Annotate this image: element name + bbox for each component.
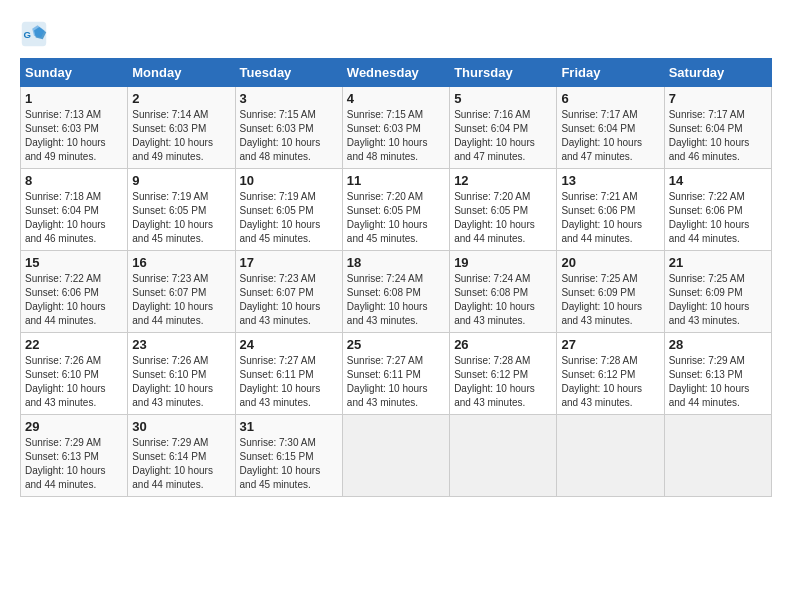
logo-icon: G (20, 20, 48, 48)
day-number: 14 (669, 173, 767, 188)
day-cell: 16 Sunrise: 7:23 AM Sunset: 6:07 PM Dayl… (128, 251, 235, 333)
day-cell: 2 Sunrise: 7:14 AM Sunset: 6:03 PM Dayli… (128, 87, 235, 169)
day-info: Sunrise: 7:21 AM Sunset: 6:06 PM Dayligh… (561, 190, 659, 246)
day-cell: 28 Sunrise: 7:29 AM Sunset: 6:13 PM Dayl… (664, 333, 771, 415)
day-cell: 12 Sunrise: 7:20 AM Sunset: 6:05 PM Dayl… (450, 169, 557, 251)
day-number: 21 (669, 255, 767, 270)
svg-text:G: G (24, 29, 31, 40)
day-cell: 17 Sunrise: 7:23 AM Sunset: 6:07 PM Dayl… (235, 251, 342, 333)
header-row: SundayMondayTuesdayWednesdayThursdayFrid… (21, 59, 772, 87)
day-number: 2 (132, 91, 230, 106)
day-number: 22 (25, 337, 123, 352)
day-cell (342, 415, 449, 497)
day-cell: 25 Sunrise: 7:27 AM Sunset: 6:11 PM Dayl… (342, 333, 449, 415)
day-cell: 6 Sunrise: 7:17 AM Sunset: 6:04 PM Dayli… (557, 87, 664, 169)
week-row-5: 29 Sunrise: 7:29 AM Sunset: 6:13 PM Dayl… (21, 415, 772, 497)
day-cell: 8 Sunrise: 7:18 AM Sunset: 6:04 PM Dayli… (21, 169, 128, 251)
day-number: 9 (132, 173, 230, 188)
day-info: Sunrise: 7:23 AM Sunset: 6:07 PM Dayligh… (132, 272, 230, 328)
header-cell-friday: Friday (557, 59, 664, 87)
day-number: 8 (25, 173, 123, 188)
day-cell: 21 Sunrise: 7:25 AM Sunset: 6:09 PM Dayl… (664, 251, 771, 333)
day-cell: 23 Sunrise: 7:26 AM Sunset: 6:10 PM Dayl… (128, 333, 235, 415)
day-number: 28 (669, 337, 767, 352)
week-row-4: 22 Sunrise: 7:26 AM Sunset: 6:10 PM Dayl… (21, 333, 772, 415)
day-cell: 11 Sunrise: 7:20 AM Sunset: 6:05 PM Dayl… (342, 169, 449, 251)
day-info: Sunrise: 7:23 AM Sunset: 6:07 PM Dayligh… (240, 272, 338, 328)
day-number: 17 (240, 255, 338, 270)
day-info: Sunrise: 7:19 AM Sunset: 6:05 PM Dayligh… (132, 190, 230, 246)
week-row-2: 8 Sunrise: 7:18 AM Sunset: 6:04 PM Dayli… (21, 169, 772, 251)
day-number: 29 (25, 419, 123, 434)
day-cell: 15 Sunrise: 7:22 AM Sunset: 6:06 PM Dayl… (21, 251, 128, 333)
day-cell: 13 Sunrise: 7:21 AM Sunset: 6:06 PM Dayl… (557, 169, 664, 251)
header-cell-saturday: Saturday (664, 59, 771, 87)
day-cell: 19 Sunrise: 7:24 AM Sunset: 6:08 PM Dayl… (450, 251, 557, 333)
day-cell: 30 Sunrise: 7:29 AM Sunset: 6:14 PM Dayl… (128, 415, 235, 497)
day-cell: 10 Sunrise: 7:19 AM Sunset: 6:05 PM Dayl… (235, 169, 342, 251)
day-cell: 9 Sunrise: 7:19 AM Sunset: 6:05 PM Dayli… (128, 169, 235, 251)
header-cell-tuesday: Tuesday (235, 59, 342, 87)
day-info: Sunrise: 7:14 AM Sunset: 6:03 PM Dayligh… (132, 108, 230, 164)
day-info: Sunrise: 7:28 AM Sunset: 6:12 PM Dayligh… (561, 354, 659, 410)
day-number: 25 (347, 337, 445, 352)
day-info: Sunrise: 7:15 AM Sunset: 6:03 PM Dayligh… (240, 108, 338, 164)
day-number: 5 (454, 91, 552, 106)
day-number: 19 (454, 255, 552, 270)
day-info: Sunrise: 7:29 AM Sunset: 6:14 PM Dayligh… (132, 436, 230, 492)
day-info: Sunrise: 7:25 AM Sunset: 6:09 PM Dayligh… (669, 272, 767, 328)
day-number: 27 (561, 337, 659, 352)
day-number: 7 (669, 91, 767, 106)
calendar-table: SundayMondayTuesdayWednesdayThursdayFrid… (20, 58, 772, 497)
day-number: 6 (561, 91, 659, 106)
day-cell: 24 Sunrise: 7:27 AM Sunset: 6:11 PM Dayl… (235, 333, 342, 415)
day-info: Sunrise: 7:22 AM Sunset: 6:06 PM Dayligh… (669, 190, 767, 246)
day-info: Sunrise: 7:15 AM Sunset: 6:03 PM Dayligh… (347, 108, 445, 164)
day-info: Sunrise: 7:29 AM Sunset: 6:13 PM Dayligh… (25, 436, 123, 492)
day-number: 31 (240, 419, 338, 434)
day-info: Sunrise: 7:17 AM Sunset: 6:04 PM Dayligh… (669, 108, 767, 164)
day-info: Sunrise: 7:27 AM Sunset: 6:11 PM Dayligh… (240, 354, 338, 410)
week-row-3: 15 Sunrise: 7:22 AM Sunset: 6:06 PM Dayl… (21, 251, 772, 333)
day-cell: 26 Sunrise: 7:28 AM Sunset: 6:12 PM Dayl… (450, 333, 557, 415)
day-info: Sunrise: 7:25 AM Sunset: 6:09 PM Dayligh… (561, 272, 659, 328)
day-cell: 20 Sunrise: 7:25 AM Sunset: 6:09 PM Dayl… (557, 251, 664, 333)
day-cell: 29 Sunrise: 7:29 AM Sunset: 6:13 PM Dayl… (21, 415, 128, 497)
day-info: Sunrise: 7:16 AM Sunset: 6:04 PM Dayligh… (454, 108, 552, 164)
day-cell: 14 Sunrise: 7:22 AM Sunset: 6:06 PM Dayl… (664, 169, 771, 251)
day-cell: 27 Sunrise: 7:28 AM Sunset: 6:12 PM Dayl… (557, 333, 664, 415)
day-cell: 18 Sunrise: 7:24 AM Sunset: 6:08 PM Dayl… (342, 251, 449, 333)
day-number: 23 (132, 337, 230, 352)
day-number: 15 (25, 255, 123, 270)
day-number: 30 (132, 419, 230, 434)
day-number: 26 (454, 337, 552, 352)
day-cell (450, 415, 557, 497)
day-number: 4 (347, 91, 445, 106)
header-cell-thursday: Thursday (450, 59, 557, 87)
day-info: Sunrise: 7:20 AM Sunset: 6:05 PM Dayligh… (347, 190, 445, 246)
day-info: Sunrise: 7:24 AM Sunset: 6:08 PM Dayligh… (454, 272, 552, 328)
day-number: 1 (25, 91, 123, 106)
day-info: Sunrise: 7:24 AM Sunset: 6:08 PM Dayligh… (347, 272, 445, 328)
day-info: Sunrise: 7:17 AM Sunset: 6:04 PM Dayligh… (561, 108, 659, 164)
day-cell (557, 415, 664, 497)
week-row-1: 1 Sunrise: 7:13 AM Sunset: 6:03 PM Dayli… (21, 87, 772, 169)
day-number: 18 (347, 255, 445, 270)
day-info: Sunrise: 7:19 AM Sunset: 6:05 PM Dayligh… (240, 190, 338, 246)
day-number: 20 (561, 255, 659, 270)
header: G (20, 20, 772, 48)
day-number: 11 (347, 173, 445, 188)
day-number: 12 (454, 173, 552, 188)
day-cell: 4 Sunrise: 7:15 AM Sunset: 6:03 PM Dayli… (342, 87, 449, 169)
day-cell: 22 Sunrise: 7:26 AM Sunset: 6:10 PM Dayl… (21, 333, 128, 415)
header-cell-monday: Monday (128, 59, 235, 87)
day-info: Sunrise: 7:27 AM Sunset: 6:11 PM Dayligh… (347, 354, 445, 410)
day-info: Sunrise: 7:20 AM Sunset: 6:05 PM Dayligh… (454, 190, 552, 246)
day-number: 16 (132, 255, 230, 270)
day-cell: 3 Sunrise: 7:15 AM Sunset: 6:03 PM Dayli… (235, 87, 342, 169)
day-info: Sunrise: 7:13 AM Sunset: 6:03 PM Dayligh… (25, 108, 123, 164)
day-info: Sunrise: 7:18 AM Sunset: 6:04 PM Dayligh… (25, 190, 123, 246)
day-info: Sunrise: 7:29 AM Sunset: 6:13 PM Dayligh… (669, 354, 767, 410)
logo: G (20, 20, 52, 48)
day-cell: 7 Sunrise: 7:17 AM Sunset: 6:04 PM Dayli… (664, 87, 771, 169)
